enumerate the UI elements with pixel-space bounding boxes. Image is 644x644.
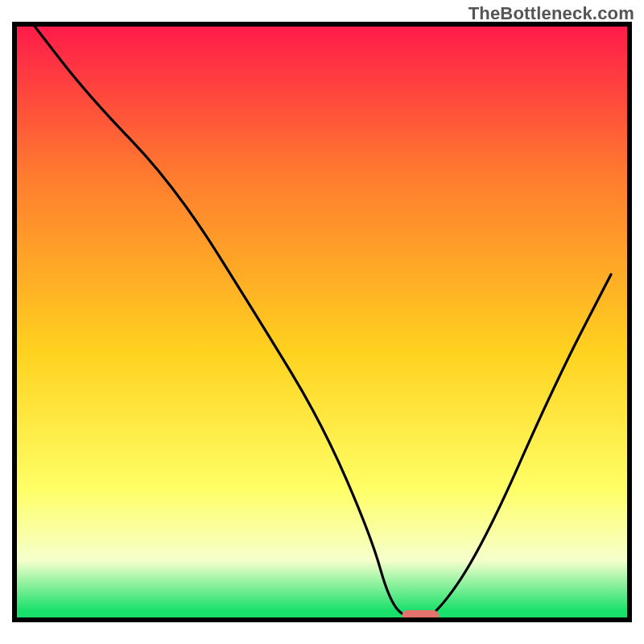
- bottleneck-chart: [0, 0, 644, 644]
- chart-container: TheBottleneck.com: [0, 0, 644, 644]
- watermark-text: TheBottleneck.com: [469, 3, 634, 24]
